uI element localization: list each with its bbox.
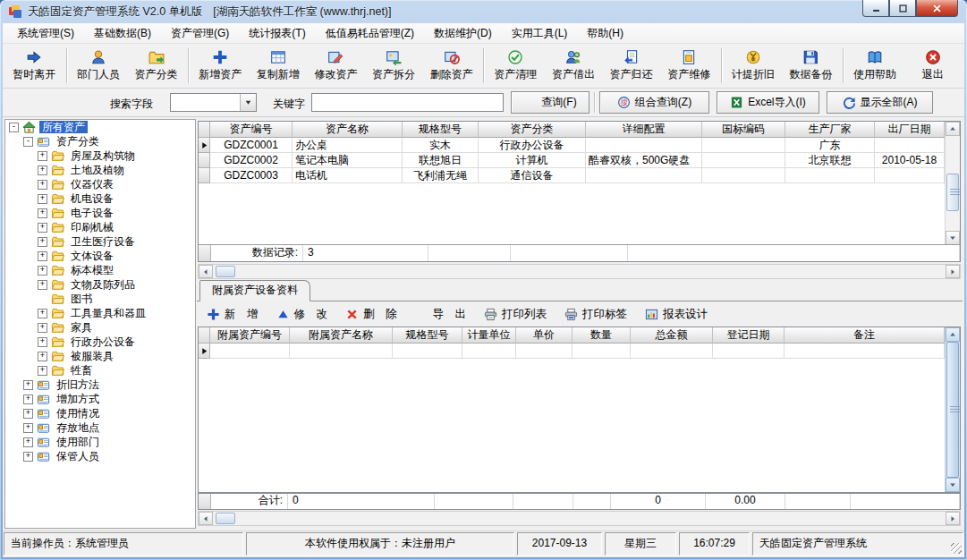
column-header-9[interactable]: 备注 [785, 327, 945, 344]
menu-item-2[interactable]: 基础数据(B) [84, 23, 161, 44]
keyword-input[interactable] [311, 93, 504, 112]
column-header-1[interactable]: 附属资产编号 [210, 327, 290, 344]
menu-item-7[interactable]: 实用工具(L) [502, 23, 578, 44]
title-bar[interactable]: 天皓固定资产管理系统 V2.0 单机版 [湖南天皓软件工作室 (www.thrj… [0, 0, 967, 23]
scroll-down-button[interactable] [946, 231, 960, 245]
scroll-up-button[interactable] [946, 327, 960, 342]
toolbar-button-backup[interactable]: 数据备份 [782, 45, 840, 87]
tree-item-14[interactable]: +家具 [5, 320, 195, 335]
tree-item-label[interactable]: 增加方式 [54, 393, 102, 405]
scroll-thumb[interactable] [946, 174, 959, 211]
scroll-down-button[interactable] [946, 478, 960, 492]
show-all-button[interactable]: 显示全部(A) [827, 91, 933, 114]
column-header-4[interactable]: 计量单位 [462, 327, 516, 344]
subtoolbar-button-x[interactable]: 删 除 [339, 304, 403, 325]
tree-item-label[interactable]: 土地及植物 [68, 164, 127, 176]
collapse-icon[interactable]: - [9, 123, 19, 132]
expand-icon[interactable]: + [23, 437, 33, 447]
menu-item-5[interactable]: 低值易耗品管理(Z) [316, 23, 424, 44]
subtoolbar-button-print[interactable]: 打印列表 [478, 304, 553, 325]
tree-item-11[interactable]: +文物及陈列品 [5, 277, 195, 292]
tree-item-19[interactable]: +增加方式 [5, 392, 195, 406]
close-button[interactable] [916, 0, 958, 17]
scroll-up-button[interactable] [946, 122, 960, 136]
scroll-left-button[interactable] [199, 512, 213, 525]
toolbar-button-clean[interactable]: 资产清理 [487, 45, 545, 87]
column-header-5[interactable]: 详细配置 [586, 122, 702, 138]
toolbar-button-category[interactable]: 资产分类 [127, 45, 185, 87]
expand-icon[interactable]: + [38, 194, 47, 204]
tree-item-label[interactable]: 使用情况 [54, 407, 102, 420]
maximize-button[interactable] [889, 0, 916, 17]
excel-import-button[interactable]: Excel导入(I) [717, 91, 819, 114]
scroll-thumb[interactable] [216, 266, 235, 277]
table-row[interactable]: GDZC0003电话机飞利浦无绳通信设备 [199, 168, 945, 183]
expand-icon[interactable]: + [23, 423, 33, 433]
collapse-icon[interactable]: - [23, 137, 33, 147]
subtoolbar-button-print-label[interactable]: 打印标签 [558, 304, 633, 325]
expand-icon[interactable]: + [38, 251, 47, 261]
tree-item-label[interactable]: 行政办公设备 [68, 335, 138, 348]
tree-item-label[interactable]: 房屋及构筑物 [68, 149, 138, 162]
tree-item-label[interactable]: 文物及陈列品 [68, 278, 138, 291]
expand-icon[interactable]: + [38, 366, 47, 376]
toolbar-button-people[interactable]: 部门人员 [70, 45, 128, 87]
tree-item-18[interactable]: +折旧方法 [5, 378, 195, 392]
expand-icon[interactable]: + [38, 151, 47, 161]
tree-item-label[interactable]: 机电设备 [68, 192, 116, 205]
column-header-3[interactable]: 规格型号 [393, 327, 462, 344]
menu-item-8[interactable]: 帮助(H) [577, 23, 633, 44]
expand-icon[interactable]: + [38, 180, 47, 190]
expand-icon[interactable]: + [38, 237, 47, 247]
toolbar-button-add[interactable]: 新增资产 [191, 45, 250, 87]
toolbar-button-exit[interactable]: 退出 [903, 45, 962, 87]
tree-item-label[interactable]: 电子设备 [68, 207, 116, 219]
tree-item-label[interactable]: 保管人员 [54, 450, 102, 462]
expand-icon[interactable]: + [38, 165, 47, 175]
tree-item-label[interactable]: 印刷机械 [68, 221, 116, 233]
tree-item-21[interactable]: +存放地点 [5, 420, 195, 435]
search-field-select[interactable] [170, 93, 257, 112]
query-button[interactable]: 查询(F) [511, 91, 590, 114]
subtoolbar-button-plus[interactable]: 新 增 [200, 304, 265, 325]
column-header-6[interactable]: 数量 [573, 327, 631, 344]
attached-grid-vscrollbar[interactable] [945, 327, 960, 492]
tree-item-10[interactable]: +标本模型 [5, 263, 195, 277]
tree-item-1[interactable]: -资产分类 [5, 134, 195, 148]
tree-item-label[interactable]: 所有资产 [39, 121, 88, 133]
tree-item-label[interactable]: 被服装具 [68, 350, 116, 362]
scroll-right-button[interactable] [946, 265, 960, 278]
attached-grid-hscrollbar[interactable] [198, 511, 961, 526]
tree-item-0[interactable]: -所有资产 [5, 120, 195, 134]
menu-item-1[interactable]: 系统管理(S) [7, 23, 84, 44]
minimize-button[interactable] [862, 0, 889, 17]
tree-item-15[interactable]: +行政办公设备 [5, 335, 195, 349]
scroll-left-button[interactable] [199, 265, 213, 278]
expand-icon[interactable]: + [38, 309, 47, 318]
tree-item-7[interactable]: +印刷机械 [5, 220, 195, 234]
tree-item-label[interactable]: 卫生医疗设备 [68, 235, 138, 248]
subtoolbar-button-report-design[interactable]: 报表设计 [639, 304, 714, 325]
subtoolbar-button-export[interactable]: 导 出 [409, 304, 473, 325]
tree-item-label[interactable]: 文体设备 [68, 250, 116, 262]
tree-item-label[interactable]: 家具 [68, 321, 95, 334]
dropdown-button[interactable] [240, 94, 256, 111]
table-row[interactable]: GDZC0002笔记本电脑联想旭日计算机酷睿双核，500G硬盘北京联想2010-… [199, 153, 945, 168]
tree-item-12[interactable]: 图书 [5, 292, 195, 306]
tree-item-label[interactable]: 工具量具和器皿 [68, 307, 148, 319]
resize-grip[interactable] [951, 543, 962, 554]
expand-icon[interactable]: + [23, 409, 33, 419]
expand-icon[interactable]: + [38, 280, 47, 290]
column-header-2[interactable]: 附属资产名称 [290, 327, 393, 344]
menu-item-6[interactable]: 数据维护(D) [424, 23, 502, 44]
scroll-thumb[interactable] [216, 513, 235, 524]
asset-grid-vscrollbar[interactable] [945, 122, 960, 245]
tree-item-2[interactable]: +房屋及构筑物 [5, 148, 195, 163]
tree-item-23[interactable]: +保管人员 [5, 449, 195, 463]
tree-item-label[interactable]: 折旧方法 [54, 378, 102, 391]
toolbar-button-delete[interactable]: 删除资产 [422, 45, 480, 87]
column-header-8[interactable]: 出厂日期 [875, 122, 945, 138]
subtoolbar-button-triangle[interactable]: 修 改 [270, 304, 335, 325]
toolbar-button-lend[interactable]: 资产借出 [545, 45, 603, 87]
table-row[interactable]: GDZC0001办公桌实木行政办公设备广东 [199, 138, 945, 153]
